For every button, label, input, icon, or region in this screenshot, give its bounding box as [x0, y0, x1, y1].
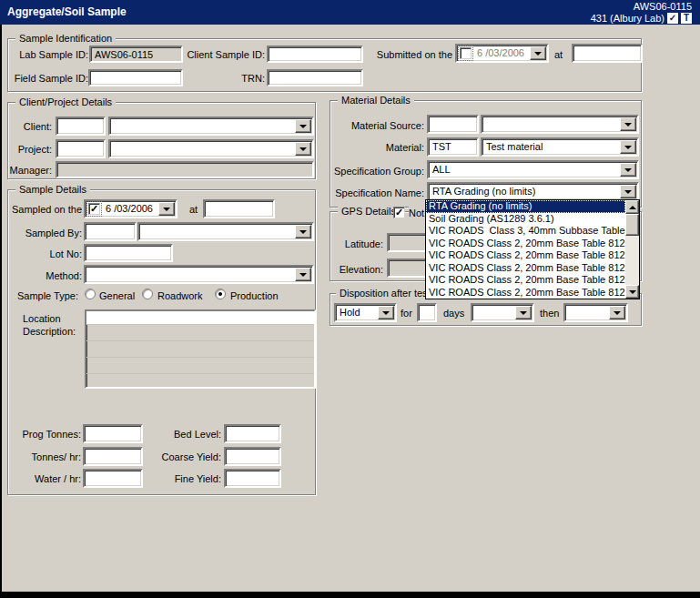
group-client-project-legend: Client/Project Details — [15, 96, 116, 108]
client-sample-id-field[interactable] — [267, 46, 363, 63]
aggregate-soil-sample-window: Aggregate/Soil Sample AWS06-0115 431 (Al… — [0, 0, 700, 598]
coarse-yield-field[interactable] — [224, 447, 281, 466]
checkmark-icon: ✓ — [394, 208, 404, 218]
submitted-time-field[interactable] — [572, 44, 643, 63]
location-description-field[interactable] — [85, 309, 316, 389]
bed-level-field[interactable] — [224, 424, 281, 443]
dropdown-scrollbar[interactable] — [625, 200, 639, 299]
location-description-row[interactable] — [86, 340, 314, 357]
location-description-row[interactable] — [86, 373, 314, 390]
disposition-then-combo[interactable] — [563, 303, 628, 322]
dropdown-item[interactable]: VIC ROADS Class 2, 20mm Base Table 812. — [426, 262, 625, 275]
disposition-days-field[interactable] — [417, 303, 437, 322]
specification-group-dropdown-button[interactable] — [620, 163, 636, 177]
sampled-date-dropdown-button[interactable] — [158, 202, 175, 216]
dropdown-item[interactable]: VIC ROADS Class 2, 20mm Base Table 812. — [426, 249, 625, 262]
submitted-date-combo[interactable]: 6 /03/2006 — [455, 44, 549, 63]
prog-tonnes-label: Prog Tonnes: — [12, 428, 81, 441]
group-material-details-legend: Material Details — [338, 94, 414, 106]
sampled-by-code-field[interactable] — [84, 222, 137, 241]
dropdown-item[interactable]: RTA Grading (no limits) — [426, 200, 625, 213]
dropdown-item[interactable]: VIC ROADS Class 2, 20mm Base Table 812. — [426, 238, 625, 250]
method-combo[interactable] — [84, 265, 314, 284]
submitted-date-dropdown-button[interactable] — [530, 46, 546, 60]
method-label: Method: — [12, 269, 82, 282]
radio-production[interactable] — [215, 289, 226, 299]
client-combo[interactable] — [108, 117, 314, 136]
material-source-combo[interactable] — [481, 115, 639, 134]
radio-roadwork[interactable] — [142, 289, 153, 299]
project-code-field[interactable] — [56, 139, 106, 158]
sampled-by-dropdown-button[interactable] — [295, 225, 311, 238]
specification-group-label: Specification Group: — [332, 165, 424, 177]
chevron-down-icon — [163, 208, 170, 211]
coarse-yield-label: Coarse Yield: — [132, 451, 221, 463]
location-description-row[interactable] — [86, 324, 314, 340]
dropdown-item[interactable]: VIC ROADS Class 3, 40mm Subbase Table — [426, 225, 625, 238]
field-sample-id-label: Field Sample ID: — [12, 72, 88, 85]
disposition-action-combo[interactable]: Hold — [334, 303, 397, 322]
submitted-date-text: 6 /03/2006 — [473, 46, 533, 60]
material-source-label: Material Source: — [338, 119, 424, 132]
sampled-date-checkbox[interactable]: ✓ — [88, 203, 100, 215]
disposition-days-dropdown-button[interactable] — [515, 306, 532, 319]
lab-sample-id-label: Lab Sample ID: — [14, 48, 88, 61]
gps-not-checkbox[interactable]: ✓ — [393, 207, 405, 218]
material-source-code-field[interactable] — [427, 115, 479, 134]
location-description-row[interactable] — [86, 357, 314, 373]
manager-field — [56, 161, 314, 178]
disposition-then-dropdown-button[interactable] — [609, 306, 625, 319]
group-sample-identification: Sample Identification Lab Sample ID: AWS… — [7, 38, 642, 92]
arrow-up-icon — [629, 206, 636, 209]
sampled-time-field[interactable] — [203, 199, 275, 218]
scrollbar-up-button[interactable] — [625, 200, 639, 214]
specification-name-combo[interactable]: RTA Grading (no limits) — [427, 182, 639, 201]
dropdown-item[interactable]: Soil Grading (AS1289 3.6.1) — [426, 213, 625, 226]
disposition-then-label: then — [540, 307, 565, 319]
fine-yield-field[interactable] — [224, 469, 281, 488]
titlebar-t-icon[interactable]: T — [681, 13, 692, 24]
material-dropdown-button[interactable] — [620, 140, 636, 154]
method-dropdown-button[interactable] — [295, 268, 311, 281]
submitted-date-checkbox[interactable] — [460, 47, 472, 59]
specification-name-dropdown-button[interactable] — [620, 185, 636, 198]
trn-field[interactable] — [267, 69, 363, 86]
disposition-days-combo[interactable] — [471, 303, 534, 322]
location-description-current-line[interactable] — [86, 311, 314, 324]
dropdown-item[interactable]: VIC ROADS Class 2, 20mm Base Table 812. — [426, 274, 625, 287]
elevation-label: Elevation: — [338, 263, 383, 276]
sampled-by-combo[interactable] — [137, 222, 314, 241]
client-dropdown-button[interactable] — [295, 119, 311, 133]
location-description-label-line2: Description: — [23, 325, 86, 338]
dropdown-item[interactable]: VIC ROADS Class 2, 20mm Base Table 812. — [426, 287, 625, 299]
group-sample-details: Sample Details Sampled on the ✓ 6 /03/20… — [7, 189, 316, 495]
radio-general[interactable] — [85, 289, 96, 299]
sampled-date-combo[interactable]: ✓ 6 /03/2006 — [84, 199, 178, 218]
group-material-details: Material Details Material Source: Materi… — [330, 100, 642, 208]
trn-label: TRN: — [228, 72, 265, 85]
material-combo[interactable]: Test material — [481, 137, 639, 157]
field-sample-id-field[interactable] — [88, 69, 183, 86]
tonnes-hr-label: Tonnes/ hr: — [12, 451, 81, 463]
scrollbar-down-button[interactable] — [625, 285, 639, 299]
chevron-down-icon — [624, 168, 632, 172]
disposition-action-dropdown-button[interactable] — [378, 306, 394, 319]
chevron-down-icon — [534, 52, 542, 56]
client-code-field[interactable] — [56, 117, 106, 136]
scrollbar-thumb[interactable] — [625, 214, 639, 236]
arrow-down-icon — [629, 290, 636, 294]
material-source-dropdown-button[interactable] — [620, 117, 636, 131]
project-dropdown-button[interactable] — [295, 142, 311, 156]
disposition-days-label: days — [443, 307, 471, 319]
lot-no-field[interactable] — [84, 244, 173, 262]
chevron-down-icon — [299, 273, 307, 277]
chevron-down-icon — [299, 230, 307, 234]
specification-group-combo[interactable]: ALL — [427, 160, 639, 179]
group-sample-details-legend: Sample Details — [15, 183, 90, 196]
titlebar-right: AWS06-0115 431 (Albury Lab) ✓ T — [591, 1, 692, 24]
submitted-on-label: Submitted on the — [371, 48, 452, 61]
material-code-field[interactable]: TST — [427, 137, 479, 157]
titlebar-check-icon[interactable]: ✓ — [667, 13, 678, 24]
project-combo[interactable] — [108, 139, 314, 158]
lab-sample-id-field: AWS06-0115 — [89, 46, 183, 63]
